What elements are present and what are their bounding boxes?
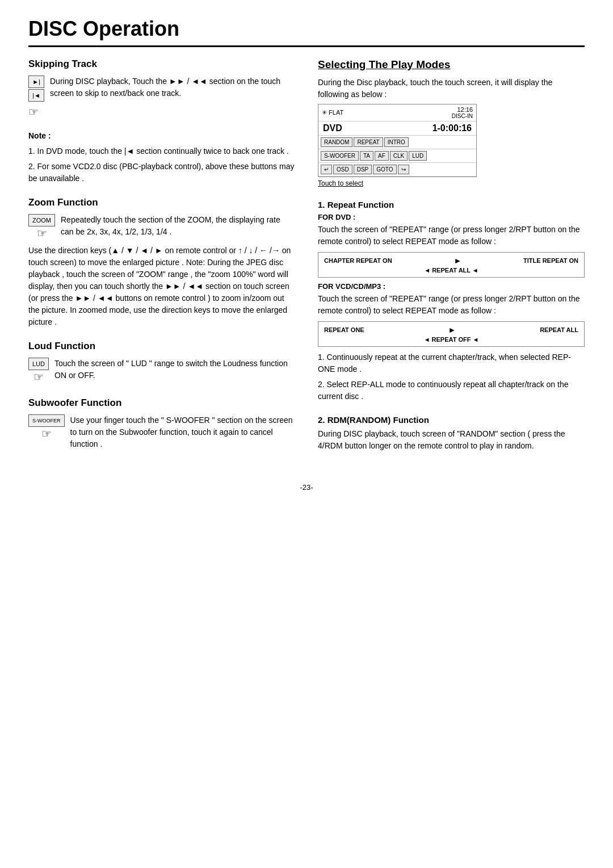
note-section: Note : 1. In DVD mode, touch the |◄ sect…: [28, 130, 295, 184]
touch-to-select: Touch to select: [318, 179, 585, 187]
skipping-track-title: Skipping Track: [28, 58, 295, 70]
hand-icon-loud: ☞: [33, 371, 44, 383]
goto-btn[interactable]: GOTO: [373, 165, 396, 174]
repeat-note-2: 2. Select REP-ALL mode to continuously r…: [318, 379, 585, 402]
skipping-track-body: During DISC playback, Touch the ►► / ◄◄ …: [50, 76, 295, 99]
subwoofer-icon-pair: S-WOOFER ☞: [28, 414, 65, 439]
return-btn[interactable]: ↪: [398, 165, 409, 174]
ta-btn[interactable]: TA: [360, 151, 373, 161]
clk-btn[interactable]: CLK: [390, 151, 408, 161]
display-top-row: ✳ FLAT 12:16 DISC-IN: [318, 104, 476, 121]
note-label: Note :: [28, 131, 51, 140]
zoom-btn[interactable]: ZOOM: [28, 214, 55, 227]
dvd-flow-top-left: CHAPTER REPEAT ON: [324, 257, 392, 264]
zoom-section: Zoom Function ZOOM ☞ Repeatedly touch th…: [28, 197, 295, 328]
vcd-flow-arrow: ►: [364, 325, 540, 334]
dvd-flow-top-right: TITLE REPEAT ON: [523, 257, 578, 264]
display-mid-row: DVD 1-0:00:16: [318, 121, 476, 136]
display-mockup: ✳ FLAT 12:16 DISC-IN DVD 1-0:00:16 RANDO…: [318, 104, 477, 177]
selecting-body: During the Disc playback, touch the touc…: [318, 77, 585, 100]
zoom-title: Zoom Function: [28, 197, 295, 208]
osd-btn[interactable]: OSD: [333, 165, 352, 174]
zoom-icon-pair: ZOOM ☞: [28, 214, 55, 239]
time-display: 12:16: [452, 106, 473, 113]
hand-icon-zoom: ☞: [37, 228, 47, 239]
zoom-body1: Repeatedly touch the section of the ZOOM…: [61, 214, 295, 238]
repeat-btn[interactable]: REPEAT: [354, 137, 383, 147]
note-line-1: 1. In DVD mode, touch the |◄ section con…: [28, 145, 295, 157]
for-dvd-label: FOR DVD :: [318, 213, 585, 221]
loud-icon-pair: LUD ☞: [28, 358, 49, 383]
dvd-repeat-flow: CHAPTER REPEAT ON ► TITLE REPEAT ON ◄ RE…: [318, 252, 585, 278]
vcd-flow-top-left: REPEAT ONE: [324, 326, 364, 333]
subwoofer-body: Use your finger touch the " S-WOOFER " s…: [70, 414, 296, 450]
display-btn-row-3: ↵ OSD DSP GOTO ↪: [318, 163, 476, 177]
loud-section: Loud Function LUD ☞ Touch the screen of …: [28, 341, 295, 385]
enter-btn[interactable]: ↵: [321, 165, 332, 174]
display-btn-row-2: S-WOOFER TA AF CLK LUD: [318, 149, 476, 163]
af-btn[interactable]: AF: [375, 151, 389, 161]
rdm-section: 2. RDM(RANDOM) Function During DISC play…: [318, 415, 585, 452]
for-dvd-body: Touch the screen of "REPEAT" range (or p…: [318, 224, 585, 248]
skip-forward-btn[interactable]: ►|: [28, 76, 44, 88]
subwoofer-btn[interactable]: S-WOOFER: [28, 414, 65, 427]
vcd-flow-top-right: REPEAT ALL: [540, 326, 578, 333]
lud-btn[interactable]: LUD: [409, 151, 427, 161]
page-number: -23-: [28, 483, 585, 492]
rdm-body: During DISC playback, touch screen of "R…: [318, 428, 585, 452]
dvd-flow-arrow: ►: [392, 256, 523, 265]
repeat-note-1: 1. Continuously repeat at the current ch…: [318, 351, 585, 375]
flat-label: ✳ FLAT: [322, 109, 343, 116]
dvd-flow-bottom: ◄ REPEAT ALL ◄: [424, 267, 478, 274]
rdm-title: 2. RDM(RANDOM) Function: [318, 415, 585, 425]
for-vcd-label: FOR VCD/CD/MP3 :: [318, 282, 585, 291]
right-column: Selecting The Play Modes During the Disc…: [318, 58, 585, 466]
dsp-btn[interactable]: DSP: [354, 165, 372, 174]
selecting-title: Selecting The Play Modes: [318, 58, 585, 71]
page-title: DISC Operation: [28, 17, 585, 47]
disc-in-label: DISC-IN: [452, 113, 473, 119]
for-vcd-body: Touch the screen of "REPEAT" range (or p…: [318, 293, 585, 317]
dvd-label: DVD: [323, 123, 342, 133]
zoom-body2: Use the direction keys (▲ / ▼ / ◄ / ► on…: [28, 245, 295, 328]
vcd-flow-bottom: ◄ REPEAT OFF ◄: [424, 336, 479, 343]
hand-icon-subwoofer: ☞: [41, 428, 52, 439]
random-btn[interactable]: RANDOM: [321, 137, 352, 147]
loud-title: Loud Function: [28, 341, 295, 352]
skip-buttons-icon: ►| |◄: [28, 76, 44, 102]
skip-back-btn[interactable]: |◄: [28, 89, 44, 102]
vcd-repeat-flow: REPEAT ONE ► REPEAT ALL ◄ REPEAT OFF ◄: [318, 321, 585, 347]
repeat-section: 1. Repeat Function FOR DVD : Touch the s…: [318, 200, 585, 402]
note-line-2: 2. For some VCD2.0 disc (PBC-playback co…: [28, 161, 295, 184]
loud-body: Touch the screen of " LUD " range to swi…: [54, 358, 295, 381]
display-btn-row-1: RANDOM REPEAT INTRO: [318, 136, 476, 149]
left-column: Skipping Track ►| |◄ During DISC playbac…: [28, 58, 295, 466]
loud-btn[interactable]: LUD: [28, 358, 49, 370]
subwoofer-section: Subwoofer Function S-WOOFER ☞ Use your f…: [28, 397, 295, 454]
selecting-section: Selecting The Play Modes During the Disc…: [318, 58, 585, 187]
time-code: 1-0:00:16: [433, 123, 472, 133]
hand-icon-skip: ☞: [28, 106, 39, 118]
intro-btn[interactable]: INTRO: [384, 137, 409, 147]
skipping-track-section: Skipping Track ►| |◄ During DISC playbac…: [28, 58, 295, 118]
repeat-title: 1. Repeat Function: [318, 200, 585, 209]
subwoofer-title: Subwoofer Function: [28, 397, 295, 409]
swoofer-btn[interactable]: S-WOOFER: [321, 151, 359, 161]
